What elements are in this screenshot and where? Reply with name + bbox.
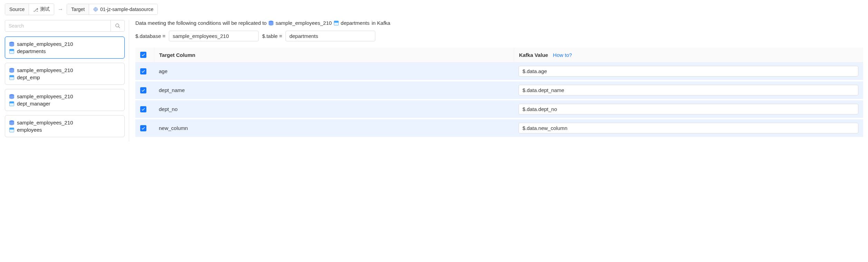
- mapping-table: Target Column Kafka Value How to? agedep…: [135, 48, 863, 138]
- target-label: Target: [71, 7, 85, 12]
- check-icon: [141, 107, 145, 111]
- branch-icon: [33, 7, 38, 12]
- datasource-button[interactable]: 01-jz-sample-datasource: [89, 4, 157, 14]
- sidebar-item[interactable]: sample_employees_210dept_manager: [5, 89, 125, 111]
- description: Data meeting the following conditions wi…: [135, 20, 863, 26]
- check-icon: [141, 53, 145, 57]
- search-input[interactable]: [5, 20, 110, 31]
- sidebar-item-db-row: sample_employees_210: [9, 67, 120, 74]
- source-label: Source: [9, 7, 25, 12]
- row-target-cell: age: [154, 62, 514, 81]
- target-button[interactable]: Target: [67, 4, 89, 14]
- sidebar-item-db-row: sample_employees_210: [9, 119, 120, 126]
- header-target: Target Column: [154, 48, 514, 62]
- search-button[interactable]: [110, 20, 124, 31]
- table-body: agedept_namedept_nonew_column: [135, 62, 863, 138]
- desc-db: sample_employees_210: [276, 20, 332, 26]
- database-icon: [9, 94, 14, 99]
- search-row: [5, 20, 125, 32]
- sidebar-item-db: sample_employees_210: [17, 93, 73, 99]
- kafka-value-input[interactable]: [519, 85, 858, 95]
- row-checkbox[interactable]: [140, 87, 146, 93]
- desc-suffix: in Kafka: [372, 20, 390, 26]
- kafka-value-input[interactable]: [519, 66, 858, 77]
- table-row: dept_no: [135, 100, 863, 119]
- sidebar-item-db: sample_employees_210: [17, 41, 73, 47]
- row-target-cell: dept_name: [154, 81, 514, 100]
- sidebar-item[interactable]: sample_employees_210departments: [5, 37, 125, 59]
- target-icon: [93, 7, 98, 12]
- table-row: new_column: [135, 119, 863, 138]
- select-all-checkbox[interactable]: [140, 52, 146, 58]
- search-icon: [115, 23, 120, 29]
- sidebar-list: sample_employees_210departmentssample_em…: [5, 37, 125, 137]
- sidebar-item-db-row: sample_employees_210: [9, 93, 120, 100]
- row-checkbox[interactable]: [140, 106, 146, 112]
- row-value-cell: [514, 81, 863, 100]
- filter-table-label: $.table =: [262, 33, 282, 39]
- database-icon: [9, 120, 14, 125]
- sidebar-item-table-row: departments: [9, 48, 120, 55]
- row-value-cell: [514, 119, 863, 138]
- topbar: Source 测试 → Target 01-jz-sample-datasour…: [5, 3, 863, 15]
- filter-db-input[interactable]: [169, 31, 259, 41]
- target-group: Target 01-jz-sample-datasource: [67, 4, 158, 15]
- sidebar-item-table: dept_manager: [17, 101, 50, 107]
- row-target-cell: new_column: [154, 119, 514, 138]
- row-checkbox[interactable]: [140, 125, 146, 131]
- row-value-cell: [514, 100, 863, 119]
- arrow-icon: →: [57, 6, 64, 12]
- desc-prefix: Data meeting the following conditions wi…: [135, 20, 267, 26]
- table-row: age: [135, 62, 863, 81]
- database-icon: [9, 68, 14, 73]
- howto-link[interactable]: How to?: [553, 52, 572, 58]
- filter-table-input[interactable]: [286, 31, 375, 41]
- sidebar-item-table: departments: [17, 48, 46, 54]
- table-icon: [9, 75, 14, 80]
- main-panel: Data meeting the following conditions wi…: [135, 20, 863, 141]
- header-value: Kafka Value How to?: [514, 48, 863, 62]
- check-icon: [141, 69, 145, 73]
- check-icon: [141, 126, 145, 130]
- table-icon: [334, 21, 339, 26]
- row-check-cell: [135, 62, 154, 81]
- sidebar-item[interactable]: sample_employees_210employees: [5, 115, 125, 137]
- database-icon: [9, 42, 14, 47]
- sidebar-item-db-row: sample_employees_210: [9, 40, 120, 48]
- database-icon: [269, 21, 273, 26]
- check-icon: [141, 88, 145, 92]
- sidebar-item-db: sample_employees_210: [17, 120, 73, 125]
- desc-table: departments: [341, 20, 369, 26]
- row-check-cell: [135, 81, 154, 100]
- test-label: 测试: [40, 6, 50, 12]
- test-button[interactable]: 测试: [29, 4, 54, 15]
- table-header: Target Column Kafka Value How to?: [135, 48, 863, 62]
- row-value-cell: [514, 62, 863, 81]
- table-icon: [9, 128, 14, 132]
- row-target-cell: dept_no: [154, 100, 514, 119]
- sidebar-item-table-row: dept_emp: [9, 74, 120, 81]
- kafka-value-input[interactable]: [519, 104, 858, 114]
- sidebar-item-table: dept_emp: [17, 74, 40, 80]
- source-button[interactable]: Source: [5, 4, 29, 15]
- table-icon: [9, 101, 14, 106]
- value-header-text: Kafka Value: [519, 52, 548, 58]
- layout: sample_employees_210departmentssample_em…: [5, 20, 863, 141]
- header-check: [135, 48, 154, 62]
- row-checkbox[interactable]: [140, 68, 146, 74]
- source-group: Source 测试: [5, 3, 54, 15]
- filter-row: $.database = $.table =: [135, 31, 863, 41]
- kafka-value-input[interactable]: [519, 123, 858, 133]
- sidebar-item-table-row: dept_manager: [9, 100, 120, 107]
- table-icon: [9, 49, 14, 54]
- datasource-label: 01-jz-sample-datasource: [100, 7, 153, 12]
- svg-point-0: [94, 8, 98, 11]
- table-row: dept_name: [135, 81, 863, 100]
- svg-line-3: [118, 27, 120, 28]
- row-check-cell: [135, 119, 154, 138]
- sidebar-item-db: sample_employees_210: [17, 67, 73, 73]
- sidebar-item-table: employees: [17, 127, 42, 133]
- sidebar-item[interactable]: sample_employees_210dept_emp: [5, 63, 125, 85]
- row-check-cell: [135, 100, 154, 119]
- svg-point-2: [116, 24, 119, 27]
